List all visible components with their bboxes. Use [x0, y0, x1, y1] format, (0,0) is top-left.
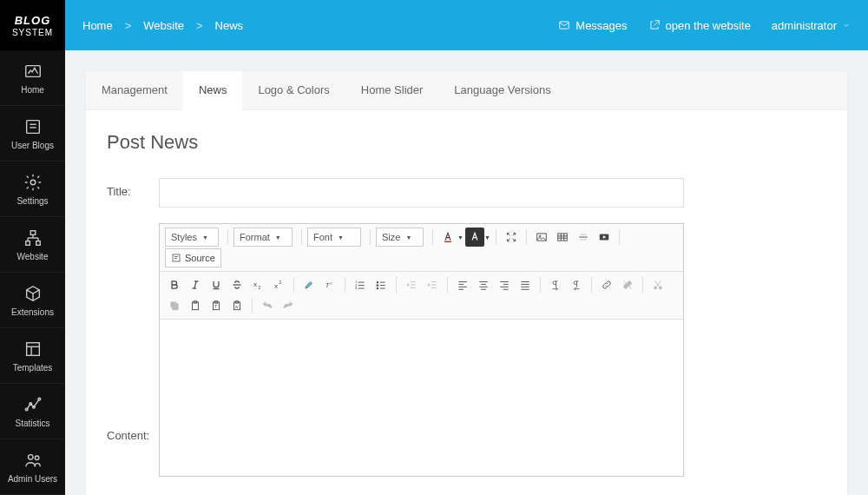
- bg-color-button[interactable]: [465, 228, 484, 247]
- text-color-button[interactable]: [438, 228, 457, 247]
- sidebar-item-label: Settings: [16, 196, 48, 206]
- svg-rect-7: [36, 241, 40, 245]
- sidebar-item-home[interactable]: Home: [0, 50, 65, 106]
- stats-icon: [23, 395, 43, 414]
- maximize-button[interactable]: [502, 228, 521, 247]
- rich-editor: Styles▼ Format▼ Font▼ Size▼ ▼ ▼: [159, 223, 684, 477]
- hr-button[interactable]: [574, 228, 593, 247]
- breadcrumb-item[interactable]: News: [215, 19, 244, 32]
- video-button[interactable]: [595, 228, 614, 247]
- svg-text:T: T: [214, 305, 217, 309]
- sitemap-icon: [23, 228, 43, 248]
- italic-button[interactable]: [186, 275, 205, 294]
- numbered-list-button[interactable]: 123: [351, 275, 370, 294]
- font-combo[interactable]: Font▼: [307, 228, 361, 247]
- messages-link[interactable]: Messages: [558, 19, 627, 32]
- unlink-button[interactable]: [618, 275, 637, 294]
- align-justify-button[interactable]: [516, 275, 535, 294]
- messages-label: Messages: [575, 19, 627, 32]
- sidebar-item-admin-users[interactable]: Admin Users: [0, 439, 65, 495]
- cube-icon: [23, 284, 43, 303]
- breadcrumb-item[interactable]: Home: [82, 19, 113, 32]
- open-website-link[interactable]: open the website: [648, 19, 751, 32]
- page-body: Post News Title: Content: Styles▼ Format…: [86, 110, 847, 477]
- svg-point-54: [377, 281, 378, 283]
- remove-format-button[interactable]: Tx: [320, 275, 339, 294]
- source-button[interactable]: Source: [165, 248, 221, 267]
- bold-button[interactable]: [165, 275, 184, 294]
- user-dropdown[interactable]: administrator: [772, 19, 851, 32]
- paste-text-button[interactable]: T: [207, 296, 226, 315]
- external-icon: [648, 19, 661, 31]
- sidebar-item-extensions[interactable]: Extensions: [0, 273, 65, 328]
- svg-rect-5: [30, 230, 36, 234]
- user-label: administrator: [772, 19, 837, 32]
- highlight-button[interactable]: [299, 275, 319, 294]
- svg-point-20: [35, 455, 39, 459]
- message-icon: [558, 19, 570, 31]
- sidebar-item-website[interactable]: Website: [0, 217, 65, 273]
- chevron-down-icon: [842, 21, 851, 30]
- paste-button[interactable]: [186, 296, 205, 315]
- image-button[interactable]: [532, 228, 551, 247]
- svg-text:3: 3: [355, 287, 357, 290]
- format-combo[interactable]: Format▼: [233, 228, 293, 247]
- align-left-button[interactable]: [453, 275, 472, 294]
- align-right-button[interactable]: [495, 275, 514, 294]
- align-center-button[interactable]: [474, 275, 493, 294]
- rtl-button[interactable]: [567, 275, 586, 294]
- editor-content[interactable]: [160, 320, 683, 476]
- logo-top: BLOG: [15, 14, 51, 27]
- copy-button[interactable]: [165, 296, 184, 315]
- tab-management[interactable]: Management: [86, 71, 183, 109]
- tab-home-slider[interactable]: Home Slider: [345, 71, 439, 109]
- svg-text:2: 2: [279, 280, 282, 285]
- outdent-button[interactable]: [402, 275, 421, 294]
- tab-logo-colors[interactable]: Logo & Colors: [242, 71, 345, 109]
- sidebar-item-label: Extensions: [11, 307, 54, 317]
- main: Home > Website > News Messages open the …: [65, 0, 868, 495]
- underline-button[interactable]: [207, 275, 226, 294]
- styles-combo[interactable]: Styles▼: [165, 228, 219, 247]
- undo-button[interactable]: [258, 296, 277, 315]
- sidebar-item-label: User Blogs: [11, 141, 54, 150]
- superscript-button[interactable]: x2: [269, 275, 288, 294]
- topbar: Home > Website > News Messages open the …: [65, 0, 868, 50]
- table-button[interactable]: [553, 228, 572, 247]
- sidebar-item-settings[interactable]: Settings: [0, 162, 65, 217]
- svg-text:x: x: [253, 280, 257, 288]
- size-combo[interactable]: Size▼: [376, 228, 424, 247]
- sidebar-item-label: Home: [21, 85, 44, 95]
- topbar-right: Messages open the website administrator: [558, 19, 851, 32]
- sidebar-item-user-blogs[interactable]: User Blogs: [0, 106, 65, 162]
- svg-rect-12: [26, 342, 39, 355]
- bullet-list-button[interactable]: [372, 275, 391, 294]
- svg-text:x: x: [274, 282, 278, 290]
- sidebar-item-label: Statistics: [15, 419, 49, 428]
- title-row: Title:: [107, 178, 826, 208]
- svg-rect-25: [558, 234, 568, 241]
- breadcrumb: Home > Website > News: [82, 19, 243, 32]
- tab-language-versions[interactable]: Language Versions: [438, 71, 566, 109]
- tabs: Management News Logo & Colors Home Slide…: [86, 71, 847, 110]
- title-input[interactable]: [159, 178, 684, 208]
- cut-button[interactable]: [648, 275, 667, 294]
- sidebar-item-templates[interactable]: Templates: [0, 328, 65, 384]
- title-label: Title:: [107, 178, 159, 198]
- sidebar-item-statistics[interactable]: Statistics: [0, 384, 65, 439]
- breadcrumb-item[interactable]: Website: [143, 19, 184, 32]
- breadcrumb-sep: >: [125, 19, 132, 32]
- strike-button[interactable]: [227, 275, 247, 294]
- svg-rect-1: [26, 120, 39, 133]
- subscript-button[interactable]: x2: [248, 275, 267, 294]
- logo: BLOG SYSTEM: [0, 0, 65, 50]
- svg-text:x: x: [330, 280, 332, 286]
- redo-button[interactable]: [279, 296, 298, 315]
- svg-rect-34: [173, 254, 180, 261]
- breadcrumb-sep: >: [196, 19, 203, 32]
- ltr-button[interactable]: [546, 275, 565, 294]
- tab-news[interactable]: News: [183, 71, 243, 110]
- paste-word-button[interactable]: W: [227, 296, 247, 315]
- indent-button[interactable]: [423, 275, 442, 294]
- link-button[interactable]: [597, 275, 616, 294]
